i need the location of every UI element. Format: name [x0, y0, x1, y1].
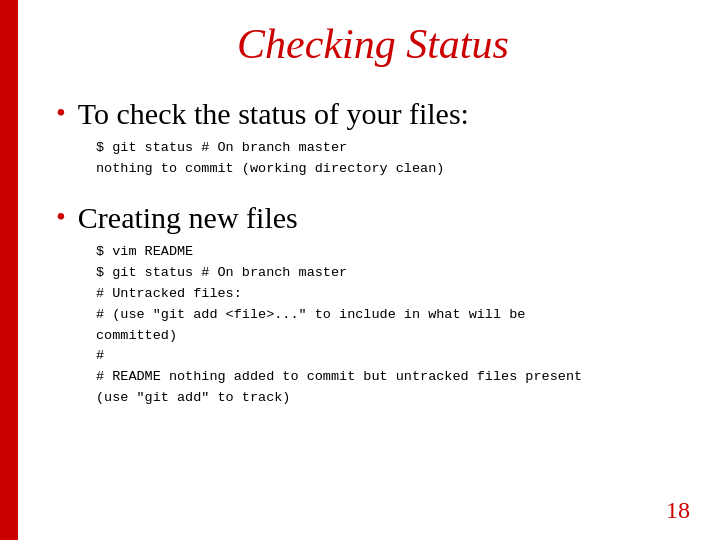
main-content: Checking Status • To check the status of…	[36, 0, 720, 449]
page-number: 18	[666, 497, 690, 524]
bullet-label-check-status: To check the status of your files:	[78, 96, 469, 132]
bullet-item-check-status: • To check the status of your files:	[56, 96, 690, 132]
bullet-dot-2: •	[56, 200, 66, 234]
bullet-item-creating-files: • Creating new files	[56, 200, 690, 236]
bullet-label-creating-files: Creating new files	[78, 200, 298, 236]
red-sidebar-bar	[0, 0, 18, 540]
section-creating-files: • Creating new files $ vim README $ git …	[56, 200, 690, 409]
section-check-status: • To check the status of your files: $ g…	[56, 96, 690, 180]
bullet-dot-1: •	[56, 96, 66, 130]
page-title: Checking Status	[56, 20, 690, 68]
code-block-creating-files: $ vim README $ git status # On branch ma…	[96, 242, 690, 409]
code-block-check-status: $ git status # On branch master nothing …	[96, 138, 690, 180]
